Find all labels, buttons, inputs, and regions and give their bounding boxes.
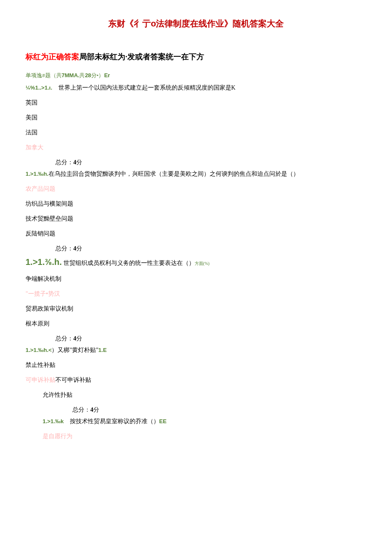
q2-option-a: 农产品问题	[26, 184, 366, 193]
q4-number: 1.>1.‰h.<	[26, 347, 52, 353]
q3-tail: 方面(%)	[195, 261, 210, 266]
q2-option-d: 反陆销问题	[26, 229, 366, 238]
question-1: ¼%1..>1.ι. 世界上第一个以国内法形式建立起一套系统的反倾精况度的国家是…	[26, 83, 366, 92]
q2-score: 总分：4分	[55, 244, 366, 253]
q3-score: 总分：4分	[55, 334, 366, 343]
notice-line: 标红为正确答案局部未标红为·发或者答案统一在下方	[26, 51, 366, 63]
document-title: 东财《彳亍o法律制度在线作业》随机答案大全	[26, 17, 366, 30]
q3-text: 世贸组织成员权利与义务的统一性主要表达在（）	[63, 260, 195, 266]
q1-option-d: 加拿大	[26, 143, 366, 152]
q4-option-mixed: 可申诉补贴不可申诉补贴	[26, 375, 366, 384]
q5-tail: EE	[159, 418, 167, 424]
q2-option-c: 技术贸黝壁垒问题	[26, 214, 366, 223]
section-header: 单项逸#题（共7MMA.共28分•）Er	[26, 71, 366, 80]
q3-option-c: 贸易政策审议机制	[26, 304, 366, 313]
q4-rest: 不可申诉补贴	[55, 377, 91, 383]
notice-black: 局部未标红为·发或者答案统一在下方	[79, 52, 204, 61]
q2-number: 1.>1.‰h.	[26, 171, 49, 177]
q3-option-a: 争端解决机制	[26, 274, 366, 283]
q5-number: 1.>1.‰k	[43, 418, 64, 424]
question-5: 1.>1.‰k 按技术性贸易皇室称议的乔准（）EE	[43, 417, 366, 426]
q2-text: 在乌拉圭回合货物贸黝谈判中，兴旺国求（主要是美欧之间）之何谀判的焦点和迫点问於是…	[49, 171, 299, 177]
q1-text: 世界上第一个以国内法形式建立起一套系统的反倾精况度的国家是	[58, 84, 231, 91]
q2-option-b: 坊织品与横架间题	[26, 199, 366, 208]
q5-option-a: 是自愿行为	[43, 432, 366, 441]
q4-text: ）又梆"黄灯朴贴"	[52, 347, 98, 353]
q4-score: 总分：4分	[72, 405, 366, 414]
q4-option-d: 允许性扑贴	[43, 390, 366, 399]
q4-option-a: 禁止性补贴	[26, 360, 366, 369]
q4-correct: 可申诉补贴	[26, 377, 55, 383]
q3-option-d: 根本原则	[26, 319, 366, 328]
q5-text: 按技术性贸易皇室称议的乔准（）	[70, 418, 159, 424]
q1-option-b: 美国	[26, 113, 366, 122]
notice-red: 标红为正确答案	[26, 52, 79, 61]
q4-tail: 1.E	[98, 347, 107, 353]
q1-tail: K	[231, 84, 236, 91]
q1-score: 总分：4分	[55, 158, 366, 167]
question-2: 1.>1.‰h.在乌拉圭回合货物贸黝谈判中，兴旺国求（主要是美欧之间）之何谀判的…	[26, 169, 366, 178]
question-3: 1.>1.⅜.h. 世贸组织成员权利与义务的统一性主要表达在（）方面(%)	[26, 256, 366, 268]
q3-option-b: "一揽子•势汉	[26, 289, 366, 298]
q1-option-a: 英国	[26, 98, 366, 107]
q1-number: ¼%1..>1.ι.	[26, 84, 52, 91]
q3-number: 1.>1.⅜.h.	[26, 257, 62, 267]
question-4: 1.>1.‰h.<）又梆"黄灯朴贴"1.E	[26, 346, 366, 355]
q1-option-c: 法国	[26, 128, 366, 137]
